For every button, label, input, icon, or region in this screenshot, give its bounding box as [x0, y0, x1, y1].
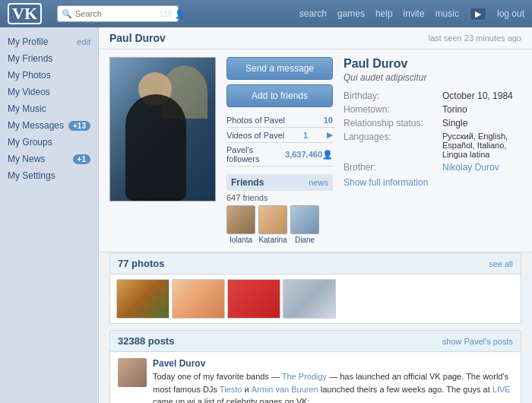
- sidebar-item-photos[interactable]: My Photos: [0, 67, 98, 84]
- photos-title: 77 photos: [118, 258, 164, 269]
- nav-music[interactable]: music: [435, 8, 459, 19]
- search-input[interactable]: [75, 9, 159, 18]
- photo-thumb-3[interactable]: [227, 279, 280, 319]
- nav-games[interactable]: games: [337, 8, 365, 19]
- info-languages: Languages: Русский, English, Español, It…: [344, 132, 521, 159]
- friend-3[interactable]: Diane: [290, 205, 319, 244]
- profile-header-bar: Paul Durov last seen 23 minutes ago: [99, 27, 532, 49]
- post-top: Pavel Durov Today one of my favorite ban…: [118, 358, 513, 403]
- photos-strip: [110, 274, 521, 323]
- tiesto-link[interactable]: Tiesto: [220, 385, 242, 394]
- posts-section: 32388 posts show Pavel's posts Pavel Dur…: [109, 330, 521, 403]
- info-hometown: Hometown: Torino: [344, 104, 521, 115]
- messages-badge: +13: [68, 121, 90, 131]
- photo-thumb-2[interactable]: [172, 279, 225, 319]
- friends-label: Friends: [231, 177, 264, 188]
- last-seen: last seen 23 minutes ago: [429, 33, 521, 43]
- friends-news-link[interactable]: news: [309, 178, 328, 187]
- show-pavels-posts[interactable]: show Pavel's posts: [442, 337, 513, 346]
- posts-count: 32388 posts: [118, 335, 174, 347]
- sidebar-item-friends[interactable]: My Friends: [0, 50, 98, 67]
- friends-avatars: Iolanta Katarina Diane: [226, 205, 333, 244]
- posts-section-header: 32388 posts show Pavel's posts: [110, 331, 521, 352]
- videos-stat[interactable]: Videos of Pavel 1 ▶: [226, 128, 333, 143]
- header-nav: search games help invite music ▶ log out: [299, 8, 524, 21]
- header: VK 🔍 116 👤 search games help invite musi…: [0, 0, 532, 27]
- followers-stat[interactable]: Pavel's followers 3,637,460 👤: [226, 143, 333, 167]
- sidebar-item-music[interactable]: My Music: [0, 100, 98, 117]
- play-button[interactable]: ▶: [470, 8, 486, 21]
- profile-info: Paul Durov Qui audet adipiscitur Birthda…: [344, 57, 521, 244]
- profile-tagline: Qui audet adipiscitur: [344, 72, 521, 83]
- sidebar-item-videos[interactable]: My Videos: [0, 84, 98, 100]
- info-brother: Brother: Nikolay Durov: [344, 162, 521, 173]
- friend-name-1: Iolanta: [226, 236, 255, 244]
- news-badge: +1: [73, 154, 90, 164]
- sidebar-item-settings[interactable]: My Settings: [0, 167, 98, 184]
- send-message-button[interactable]: Send a message: [226, 57, 333, 80]
- nav-help[interactable]: help: [375, 8, 393, 19]
- nav-invite[interactable]: invite: [404, 8, 425, 19]
- profile-name-header: Paul Durov: [109, 32, 166, 44]
- friend-2[interactable]: Katarina: [258, 205, 287, 244]
- armin-link[interactable]: Armin van Buuren: [252, 385, 318, 394]
- friend-name-2: Katarina: [258, 236, 287, 244]
- photo-thumb-4[interactable]: [283, 279, 336, 319]
- followers-icon: 👤: [322, 150, 333, 160]
- photos-section-header: 77 photos see all: [110, 253, 521, 274]
- live-link[interactable]: LIVE: [492, 385, 511, 394]
- search-icon: 🔍: [62, 9, 72, 19]
- sidebar-item-profile[interactable]: My Profile edit: [0, 33, 98, 50]
- profile-stats: Photos of Pavel 10 Videos of Pavel 1 ▶ P…: [226, 113, 333, 167]
- sidebar-edit-link[interactable]: edit: [77, 37, 90, 46]
- friends-section: Friends news 647 friends Iolanta Katarin…: [226, 174, 333, 244]
- profile-top: Send a message Add to friends Photos of …: [99, 49, 532, 252]
- post-text: Today one of my favorite bands — The Pro…: [153, 370, 513, 403]
- add-to-friends-button[interactable]: Add to friends: [226, 84, 333, 107]
- post-author-name[interactable]: Pavel Durov: [153, 358, 513, 369]
- profile-photo: [109, 57, 216, 202]
- friends-count: 647 friends: [226, 193, 333, 202]
- friend-avatar-1[interactable]: [226, 205, 255, 234]
- sidebar: My Profile edit My Friends My Photos My …: [0, 27, 99, 403]
- photos-stat[interactable]: Photos of Pavel 10: [226, 113, 333, 128]
- sidebar-item-news[interactable]: My News +1: [0, 151, 98, 167]
- profile-full-name: Paul Durov: [344, 57, 521, 71]
- nav-logout[interactable]: log out: [497, 8, 524, 19]
- prodigy-link[interactable]: The Prodigy: [282, 372, 327, 381]
- photo-thumb-1[interactable]: [116, 279, 169, 319]
- friend-1[interactable]: Iolanta: [226, 205, 255, 244]
- person-body: [125, 94, 186, 201]
- info-birthday: Birthday: October 10, 1984: [344, 90, 521, 101]
- search-box[interactable]: 🔍 116 👤: [57, 5, 179, 22]
- nav-search[interactable]: search: [299, 8, 327, 19]
- sidebar-item-messages[interactable]: My Messages +13: [0, 117, 98, 134]
- sidebar-item-groups[interactable]: My Groups: [0, 134, 98, 151]
- show-full-info-link[interactable]: Show full information: [344, 177, 521, 188]
- info-relationship: Relationship status: Single: [344, 118, 521, 129]
- friend-avatar-3[interactable]: [290, 205, 319, 234]
- info-table: Birthday: October 10, 1984 Hometown: Tor…: [344, 90, 521, 173]
- online-count: 116 👤: [159, 9, 185, 19]
- post-author-avatar[interactable]: [118, 358, 147, 387]
- photos-see-all[interactable]: see all: [489, 259, 513, 268]
- post-content: Pavel Durov Today one of my favorite ban…: [153, 358, 513, 403]
- profile-actions-column: Send a message Add to friends Photos of …: [226, 57, 333, 244]
- friend-avatar-2[interactable]: [258, 205, 287, 234]
- layout: My Profile edit My Friends My Photos My …: [0, 27, 532, 403]
- video-icon: ▶: [327, 130, 333, 140]
- photos-section: 77 photos see all: [109, 252, 521, 324]
- vk-logo: VK: [8, 3, 42, 24]
- post-item: Pavel Durov Today one of my favorite ban…: [110, 352, 521, 403]
- friend-name-3: Diane: [290, 236, 319, 244]
- friends-header: Friends news: [226, 174, 333, 191]
- main-content: Paul Durov last seen 23 minutes ago Send…: [99, 27, 532, 403]
